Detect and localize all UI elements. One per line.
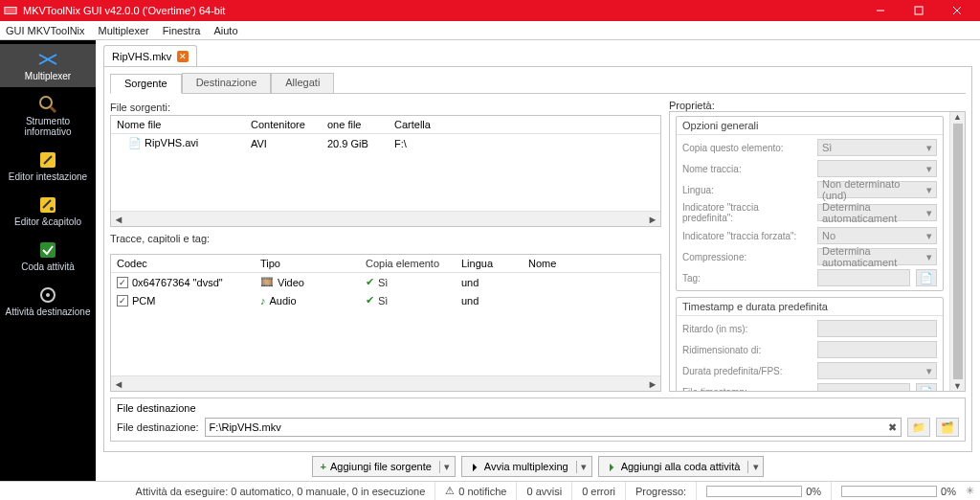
job-tab[interactable]: RipVHS.mkv ✕ <box>103 45 197 66</box>
add-to-queue-button[interactable]: ⏵Aggiungi alla coda attività ▾ <box>598 456 765 477</box>
maximize-button[interactable] <box>900 0 938 21</box>
sidebar-item-info[interactable]: Strumento informativo <box>0 89 96 143</box>
track-row[interactable]: ✓PCM ♪Audio ✔Sì und <box>111 291 660 309</box>
tracks-hscroll[interactable]: ◄ ► <box>111 375 660 391</box>
scroll-left-icon[interactable]: ◄ <box>111 214 126 225</box>
sidebar-item-output[interactable]: Attività destinazione <box>0 280 96 323</box>
status-err: 0 errori <box>582 486 615 497</box>
multiplexer-icon <box>2 48 94 71</box>
sidebar-item-header-editor[interactable]: Editor intestazione <box>0 145 96 188</box>
chevron-down-icon[interactable]: ▾ <box>576 461 591 473</box>
col-codec[interactable]: Codec <box>111 255 255 272</box>
files-table[interactable]: Nome file Contenitore one file Cartella … <box>110 115 661 227</box>
destination-title: File destinazione <box>117 402 959 414</box>
tab-attachments[interactable]: Allegati <box>271 73 334 93</box>
delay-input[interactable] <box>817 320 937 337</box>
scroll-left-icon[interactable]: ◄ <box>111 378 126 390</box>
track-checkbox[interactable]: ✓ <box>117 277 128 288</box>
destination-input[interactable]: F:\RipVHS.mkv ✖ <box>205 418 902 437</box>
properties-label: Proprietà: <box>669 100 966 111</box>
track-row[interactable]: ✓0x64767364 "dvsd" 🎞️Video ✔Sì und <box>111 273 660 291</box>
col-container[interactable]: Contenitore <box>245 116 322 133</box>
sidebar: Multiplexer Strumento informativo Editor… <box>0 40 96 481</box>
status-jobs: Attività da eseguire: 0 automatico, 0 ma… <box>126 482 435 500</box>
col-name[interactable]: Nome file <box>111 116 245 133</box>
menu-help[interactable]: Aiuto <box>213 25 237 36</box>
browse-timestamp-button[interactable]: 📄 <box>916 383 937 391</box>
magnifier-icon <box>2 93 94 116</box>
language-select[interactable]: Non determinato (und)▾ <box>817 181 937 198</box>
action-bar: +Aggiungi file sorgente ▾ ⏵Avvia multipl… <box>103 452 972 481</box>
tag-input[interactable] <box>817 269 910 286</box>
destination-area: File destinazione File destinazione: F:\… <box>110 398 966 442</box>
check-icon: ✔ <box>366 276 374 288</box>
col-trackname[interactable]: Nome <box>523 255 660 272</box>
clear-icon[interactable]: ✖ <box>888 421 897 434</box>
copy-element-select[interactable]: Sì▾ <box>817 139 937 156</box>
timestamp-file-input[interactable] <box>817 383 910 391</box>
plus-icon: + <box>321 461 326 472</box>
recent-destination-button[interactable]: 🗂️ <box>936 418 959 437</box>
forced-track-select[interactable]: No▾ <box>817 227 937 244</box>
chevron-down-icon[interactable]: ▾ <box>439 461 455 473</box>
destination-label: File destinazione: <box>117 421 199 433</box>
folder-icon: 📄 <box>920 386 933 392</box>
sidebar-item-queue[interactable]: Coda attività <box>0 235 96 278</box>
properties-vscroll[interactable]: ▲ ▼ <box>949 112 965 391</box>
svg-line-7 <box>51 107 56 112</box>
menu-gui[interactable]: GUI MKVToolNix <box>6 25 85 36</box>
scroll-thumb[interactable] <box>953 124 963 379</box>
queue-icon: ⏵ <box>607 461 617 472</box>
default-track-select[interactable]: Determina automaticament▾ <box>817 204 937 221</box>
tracks-table[interactable]: Codec Tipo Copia elemento Lingua Nome ✓0… <box>110 254 661 392</box>
play-icon: ⏵ <box>470 461 480 472</box>
file-row[interactable]: 📄 RipVHS.avi AVI 20.9 GiB F:\ <box>111 134 660 152</box>
sidebar-item-multiplexer[interactable]: Multiplexer <box>0 44 96 87</box>
col-dir[interactable]: Cartella <box>389 116 660 133</box>
scroll-right-icon[interactable]: ► <box>645 214 660 225</box>
track-checkbox[interactable]: ✓ <box>117 295 128 307</box>
col-onefile[interactable]: one file <box>322 116 389 133</box>
track-name-input[interactable]: ▾ <box>817 160 937 177</box>
scale-input[interactable] <box>817 341 937 358</box>
svg-rect-11 <box>40 242 56 258</box>
progress-bar-1 <box>706 486 802 497</box>
status-warn: 0 avvisi <box>526 486 562 497</box>
col-lang[interactable]: Lingua <box>456 255 523 272</box>
folder-icon: 📄 <box>920 272 933 284</box>
menubar: GUI MKVToolNix Multiplexer Finestra Aiut… <box>0 21 980 40</box>
status-notify: 0 notifiche <box>458 486 506 497</box>
chevron-down-icon: ▾ <box>926 251 932 263</box>
check-icon: ✔ <box>366 294 374 307</box>
group-timestamps: Timestamp e durata predefinita <box>677 298 943 316</box>
files-hscroll[interactable]: ◄ ► <box>111 211 660 226</box>
chevron-down-icon: ▾ <box>926 142 932 154</box>
compression-select[interactable]: Determina automaticament▾ <box>817 248 937 265</box>
close-tab-icon[interactable]: ✕ <box>177 51 189 62</box>
pencil-icon <box>2 148 94 171</box>
col-copy[interactable]: Copia elemento <box>360 255 456 272</box>
close-button[interactable] <box>938 0 976 21</box>
job-tab-label: RipVHS.mkv <box>112 51 171 62</box>
window-title: MKVToolNix GUI v42.0.0 ('Overtime') 64-b… <box>23 5 861 16</box>
menu-multiplexer[interactable]: Multiplexer <box>99 25 149 36</box>
tab-destination[interactable]: Destinazione <box>182 73 272 93</box>
chevron-down-icon: ▾ <box>926 230 932 242</box>
menu-window[interactable]: Finestra <box>163 25 201 36</box>
folder-open-icon: 📁 <box>912 421 925 434</box>
svg-rect-9 <box>40 197 56 213</box>
scroll-right-icon[interactable]: ► <box>645 378 660 390</box>
chevron-down-icon: ▾ <box>926 207 932 219</box>
sidebar-item-chapter-editor[interactable]: Editor &capitolo <box>0 190 96 233</box>
browse-destination-button[interactable]: 📁 <box>907 418 930 437</box>
browse-tag-button[interactable]: 📄 <box>916 269 937 286</box>
col-type[interactable]: Tipo <box>255 255 360 272</box>
minimize-button[interactable] <box>861 0 900 21</box>
fps-input[interactable]: ▾ <box>817 362 937 379</box>
svg-point-13 <box>46 293 50 297</box>
svg-rect-3 <box>915 7 923 14</box>
add-source-button[interactable]: +Aggiungi file sorgente ▾ <box>312 456 456 477</box>
start-mux-button[interactable]: ⏵Avvia multiplexing ▾ <box>461 456 592 477</box>
chevron-down-icon[interactable]: ▾ <box>747 461 763 473</box>
tab-source[interactable]: Sorgente <box>110 74 182 94</box>
